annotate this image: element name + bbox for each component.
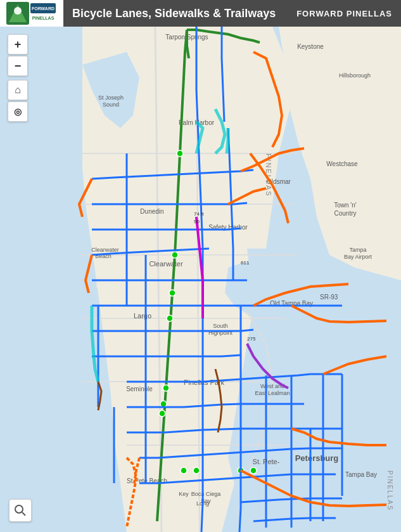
svg-text:Country: Country <box>334 210 356 217</box>
app-header: FORWARD PINELLAS Bicycle Lanes, Sidewalk… <box>0 0 401 27</box>
compass-button[interactable]: ◎ <box>8 101 28 122</box>
svg-text:FORWARD: FORWARD <box>32 6 54 11</box>
svg-point-54 <box>163 385 169 391</box>
svg-text:Largo: Largo <box>134 312 151 320</box>
logo-area: FORWARD PINELLAS <box>0 0 63 27</box>
forward-pinellas-logo: FORWARD PINELLAS <box>6 2 57 25</box>
svg-text:Key: Key <box>179 491 189 497</box>
brand-label: FORWARD PINELLAS <box>296 9 401 18</box>
svg-text:Clearwater: Clearwater <box>91 247 119 253</box>
zoom-in-button[interactable]: + <box>8 34 28 55</box>
svg-text:Keystone: Keystone <box>297 43 324 50</box>
svg-point-60 <box>250 467 257 474</box>
svg-text:Seminole: Seminole <box>126 386 153 393</box>
svg-text:Bay Airport: Bay Airport <box>344 254 372 260</box>
svg-point-51 <box>172 252 178 258</box>
svg-text:Petersburg: Petersburg <box>295 453 339 463</box>
svg-line-67 <box>22 512 25 516</box>
svg-text:SR-93: SR-93 <box>320 294 338 301</box>
svg-point-56 <box>159 410 165 417</box>
svg-text:Westchase: Westchase <box>326 160 358 167</box>
search-button[interactable] <box>9 499 32 522</box>
svg-point-58 <box>193 467 200 474</box>
svg-point-53 <box>167 315 173 321</box>
svg-text:Boca Ciega: Boca Ciega <box>191 491 221 497</box>
svg-point-66 <box>15 505 23 513</box>
svg-text:Hillsborough: Hillsborough <box>339 72 371 79</box>
svg-text:PINELLAS: PINELLAS <box>386 470 393 511</box>
svg-point-52 <box>169 290 175 296</box>
zoom-out-button[interactable]: − <box>8 56 28 76</box>
svg-text:Dunedin: Dunedin <box>140 208 163 215</box>
svg-text:St Joseph: St Joseph <box>98 94 124 101</box>
svg-point-57 <box>181 467 187 474</box>
svg-text:90: 90 <box>194 219 200 224</box>
svg-text:611: 611 <box>241 260 250 266</box>
svg-text:South: South <box>213 323 228 329</box>
svg-text:Tampa Bay: Tampa Bay <box>345 471 377 478</box>
map-controls: + − ⌂ ◎ <box>8 34 28 122</box>
svg-text:Clearwater: Clearwater <box>149 260 183 268</box>
svg-text:Tampa: Tampa <box>349 247 366 253</box>
page-title: Bicycle Lanes, Sidewalks & Trailways <box>63 7 296 20</box>
svg-text:Sound: Sound <box>103 101 119 108</box>
svg-point-2 <box>14 7 22 15</box>
map-background: PINELLAS Tarpon Springs Keystone Hillsbo… <box>0 27 401 532</box>
svg-text:Town 'n': Town 'n' <box>334 202 357 209</box>
svg-text:St. Pete-: St. Pete- <box>253 458 280 465</box>
home-button[interactable]: ⌂ <box>8 80 28 100</box>
svg-text:East Lealman: East Lealman <box>255 390 290 396</box>
map-area[interactable]: PINELLAS Tarpon Springs Keystone Hillsbo… <box>0 27 401 532</box>
search-icon <box>14 504 27 517</box>
svg-point-50 <box>177 150 183 157</box>
svg-text:PINELLAS: PINELLAS <box>32 16 54 20</box>
svg-text:275: 275 <box>247 336 256 342</box>
svg-text:74 ft: 74 ft <box>194 211 204 217</box>
